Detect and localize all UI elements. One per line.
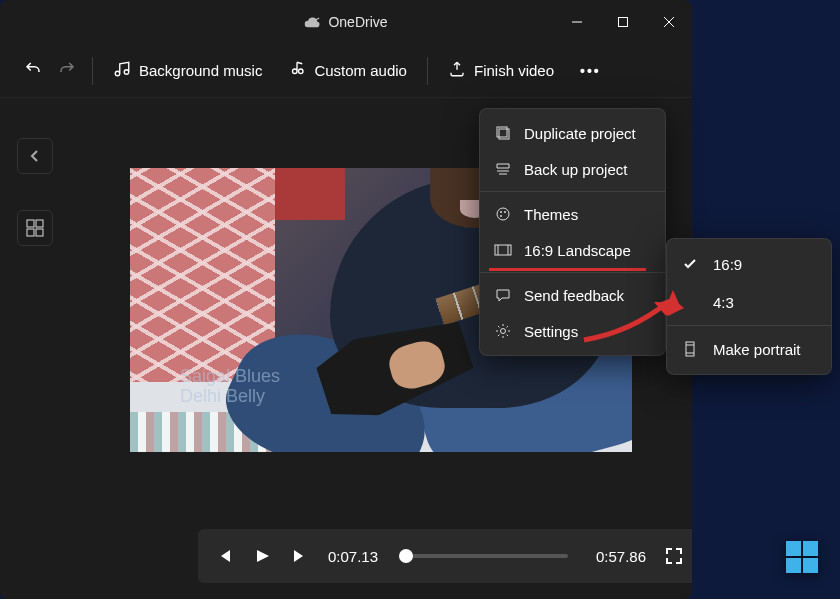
svg-point-14 <box>500 215 502 217</box>
seek-slider[interactable] <box>406 554 568 558</box>
export-icon <box>448 60 466 81</box>
backup-icon <box>494 160 512 178</box>
play-button[interactable] <box>252 546 272 566</box>
svg-rect-26 <box>803 558 818 573</box>
more-menu: Duplicate project Back up project Themes… <box>479 108 666 356</box>
current-time: 0:07.13 <box>328 548 378 565</box>
maximize-button[interactable] <box>600 0 646 44</box>
titlebar: OneDrive <box>0 0 692 44</box>
submenu-make-portrait[interactable]: Make portrait <box>667 330 831 368</box>
toolbar-separator <box>427 57 428 85</box>
feedback-icon <box>494 286 512 304</box>
menu-feedback-label: Send feedback <box>524 287 624 304</box>
menu-backup-label: Back up project <box>524 161 627 178</box>
svg-rect-8 <box>36 229 43 236</box>
next-frame-button[interactable] <box>290 546 310 566</box>
menu-send-feedback[interactable]: Send feedback <box>480 277 665 313</box>
back-button[interactable] <box>17 138 53 174</box>
window-title: OneDrive <box>304 14 387 30</box>
custom-audio-label: Custom audio <box>314 62 407 79</box>
menu-separator <box>480 272 665 273</box>
menu-themes[interactable]: Themes <box>480 196 665 232</box>
video-watermark: Saigal Blues Delhi Belly <box>180 367 280 407</box>
audio-icon <box>288 60 306 81</box>
toolbar: Background music Custom audio Finish vid… <box>0 44 692 98</box>
menu-separator <box>667 325 831 326</box>
svg-point-18 <box>501 329 506 334</box>
window-title-text: OneDrive <box>328 14 387 30</box>
svg-rect-5 <box>27 220 34 227</box>
music-note-icon <box>113 60 131 81</box>
submenu-make-portrait-label: Make portrait <box>713 341 801 358</box>
empty-check-slot <box>681 293 699 311</box>
fullscreen-button[interactable] <box>664 546 684 566</box>
finish-video-label: Finish video <box>474 62 554 79</box>
svg-rect-2 <box>619 18 628 27</box>
undo-button[interactable] <box>24 60 42 82</box>
menu-separator <box>480 191 665 192</box>
more-button[interactable]: ••• <box>570 55 611 87</box>
menu-duplicate-project[interactable]: Duplicate project <box>480 115 665 151</box>
cloud-off-icon <box>304 16 320 28</box>
menu-aspect-ratio[interactable]: 16:9 Landscape <box>480 232 665 268</box>
menu-aspect-label: 16:9 Landscape <box>524 242 631 259</box>
svg-rect-19 <box>686 342 694 356</box>
previous-frame-button[interactable] <box>214 546 234 566</box>
submenu-16-9[interactable]: 16:9 <box>667 245 831 283</box>
menu-themes-label: Themes <box>524 206 578 223</box>
left-sidebar <box>0 98 70 599</box>
storyboard-view-button[interactable] <box>17 210 53 246</box>
menu-backup-project[interactable]: Back up project <box>480 151 665 187</box>
duration-time: 0:57.86 <box>596 548 646 565</box>
svg-rect-24 <box>803 541 818 556</box>
portrait-icon <box>681 340 699 358</box>
check-icon <box>681 255 699 273</box>
custom-audio-button[interactable]: Custom audio <box>278 52 417 89</box>
menu-settings[interactable]: Settings <box>480 313 665 349</box>
submenu-4-3[interactable]: 4:3 <box>667 283 831 321</box>
svg-rect-6 <box>36 220 43 227</box>
background-music-label: Background music <box>139 62 262 79</box>
windows-start-button[interactable] <box>772 527 832 587</box>
svg-point-13 <box>504 211 506 213</box>
aspect-ratio-icon <box>494 241 512 259</box>
background-music-button[interactable]: Background music <box>103 52 272 89</box>
submenu-16-9-label: 16:9 <box>713 256 742 273</box>
redo-button[interactable] <box>58 60 76 82</box>
gear-icon <box>494 322 512 340</box>
finish-video-button[interactable]: Finish video <box>438 52 564 89</box>
svg-rect-15 <box>495 245 511 255</box>
ellipsis-icon: ••• <box>580 63 601 79</box>
undo-redo-group <box>10 60 82 82</box>
svg-rect-23 <box>786 541 801 556</box>
duplicate-icon <box>494 124 512 142</box>
submenu-4-3-label: 4:3 <box>713 294 734 311</box>
svg-point-12 <box>500 211 502 213</box>
menu-duplicate-label: Duplicate project <box>524 125 636 142</box>
playback-bar: 0:07.13 0:57.86 <box>198 529 692 583</box>
toolbar-separator <box>92 57 93 85</box>
minimize-button[interactable] <box>554 0 600 44</box>
aspect-ratio-submenu: 16:9 4:3 Make portrait <box>666 238 832 375</box>
close-button[interactable] <box>646 0 692 44</box>
svg-rect-7 <box>27 229 34 236</box>
annotation-underline <box>489 268 646 271</box>
menu-settings-label: Settings <box>524 323 578 340</box>
svg-point-11 <box>497 208 509 220</box>
svg-rect-25 <box>786 558 801 573</box>
palette-icon <box>494 205 512 223</box>
